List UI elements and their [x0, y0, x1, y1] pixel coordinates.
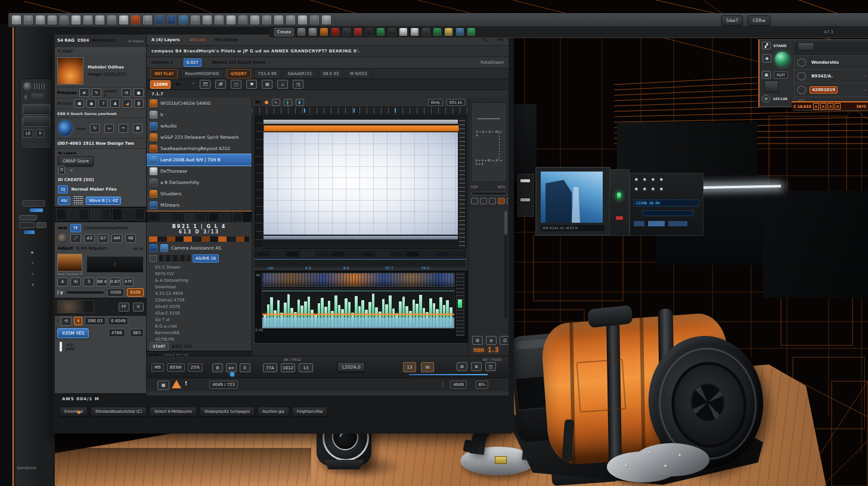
filmstrip-row[interactable]	[55, 207, 146, 222]
list2-item[interactable]: 22beta2.4759	[147, 297, 252, 303]
inspector-tool[interactable]	[480, 198, 487, 204]
list2-item[interactable]: B.G.a.i.net	[147, 323, 252, 329]
toolbar-icon[interactable]	[238, 15, 247, 24]
panel-tab[interactable]: References	[92, 38, 115, 43]
toolbar-icon[interactable]	[48, 15, 57, 24]
thumb-slot[interactable]	[764, 80, 779, 92]
tool-button[interactable]: 7	[98, 99, 108, 108]
secondary-toolbar-icon[interactable]	[365, 28, 373, 36]
inspector-bottom-button[interactable]: ⊞	[472, 336, 483, 345]
tool-button[interactable]: G7	[98, 234, 108, 243]
window-menubar[interactable]: compass B4 BrandMorph's Pilots w JP G ud…	[147, 46, 509, 57]
toolbar-icon[interactable]	[262, 15, 271, 24]
tool-button[interactable]: 🗑	[134, 99, 144, 108]
document-tab[interactable]: 497 FLA?	[150, 69, 178, 79]
transport-button[interactable]: a=	[226, 363, 237, 372]
tree-item[interactable]: Shudders	[147, 188, 252, 200]
blue-action-button[interactable]: 935M YES	[57, 328, 89, 338]
secondary-toolbar-icon[interactable]	[320, 28, 328, 36]
transport-wide-button[interactable]: L2024.0	[337, 362, 365, 372]
alert-badge[interactable]: A	[827, 103, 833, 110]
edit-button[interactable]: EDIT	[774, 71, 788, 79]
right-panel-row[interactable]: B934Z/A. ›	[794, 70, 868, 83]
mini-knob[interactable]	[23, 82, 32, 91]
speaker-button[interactable]	[23, 116, 50, 127]
toolbar-icon[interactable]	[95, 15, 104, 24]
secondary-toolbar-icon[interactable]	[422, 28, 430, 36]
bottom-button[interactable]: Extended	[60, 407, 88, 416]
alert-badge[interactable]: A	[835, 103, 841, 110]
tool-button[interactable]: ●	[134, 88, 144, 97]
toolbar-icon[interactable]	[250, 15, 259, 24]
speaker-icon[interactable]: ◉	[762, 54, 771, 63]
viewport-ruler[interactable]	[252, 107, 468, 114]
tf-badge[interactable]: TF	[70, 224, 81, 232]
chip-button[interactable]: 3	[83, 278, 94, 286]
vp-tool[interactable]: ∿	[272, 99, 280, 106]
slider-value-accent[interactable]: 0100	[127, 288, 144, 297]
tree-item[interactable]: a B DaOosterhilly	[147, 177, 252, 188]
tool-button[interactable]: ✎	[92, 88, 102, 97]
list2-item[interactable]: KEYS FLV	[147, 270, 252, 277]
tree-item[interactable]: Land-2008.Aud 9/9 | 709 B	[147, 154, 252, 166]
slider-value[interactable]: 0500	[107, 288, 124, 297]
inspector-tool[interactable]	[507, 198, 509, 204]
view-button[interactable]: ◳	[293, 80, 303, 89]
mini-button[interactable]	[23, 200, 45, 207]
toolbar-icon[interactable]	[107, 15, 116, 24]
list2-item[interactable]: Go T st	[147, 316, 252, 323]
tree-item[interactable]: SwaRaadvertisingBeyond 4202	[147, 143, 252, 154]
inspector-bottom-button[interactable]: ≡	[486, 336, 497, 345]
vp-tool[interactable]: ▮	[296, 99, 304, 106]
transport-button[interactable]: 1012	[281, 363, 295, 372]
list2-item[interactable]: D1 C Shown	[147, 264, 252, 270]
inspector-slider[interactable]	[471, 192, 507, 195]
document-tab[interactable]: 09 E 03	[319, 69, 343, 79]
inspector-bottom-button[interactable]: ⊡	[500, 336, 509, 345]
transport-button[interactable]: 77A	[263, 363, 277, 372]
toolbar-icon[interactable]	[322, 15, 331, 24]
panel-tab[interactable]: E904	[78, 38, 89, 43]
inspector-tool[interactable]	[471, 198, 478, 204]
transport-button[interactable]: W	[421, 362, 434, 372]
view-button[interactable]: ♥	[246, 80, 257, 89]
document-tab[interactable]: M 9/033	[346, 69, 371, 79]
view-button[interactable]: ▢	[231, 80, 241, 89]
transport-icon-button[interactable]: ◫	[485, 362, 496, 371]
bottom-button[interactable]: Select 9-Melbourne	[150, 407, 197, 416]
dj-badge[interactable]: DJ	[58, 185, 68, 194]
toolbar-icon[interactable]	[298, 15, 307, 24]
transport-icon-button[interactable]: ⊞	[457, 362, 467, 371]
ban-icon[interactable]: ⊘	[762, 95, 770, 102]
secondary-toolbar-icon[interactable]	[297, 28, 305, 36]
secondary-toolbar-icon[interactable]	[467, 28, 475, 36]
toolbar-icon[interactable]	[286, 15, 295, 24]
chip-button[interactable]: A	[57, 278, 68, 286]
toolbar-icon[interactable]	[83, 15, 92, 24]
ff-button[interactable]: FF	[119, 303, 129, 311]
swirl-icon[interactable]	[58, 120, 72, 136]
toolbar-icon[interactable]	[12, 15, 21, 24]
bottom-button[interactable]: Ethelandbeaturental (C)	[91, 407, 147, 416]
document-tab[interactable]: 733.4.99	[254, 69, 281, 79]
titlebar-item[interactable]: f L	[483, 38, 488, 42]
view-button[interactable]: 🗖	[200, 80, 210, 89]
start-button[interactable]: START	[150, 342, 169, 351]
list2-item[interactable]: 42ac2.3159	[147, 310, 252, 316]
topbar-right-button[interactable]: S4w7	[721, 15, 743, 26]
toolbar-icon[interactable]	[60, 15, 69, 24]
inspector-scrollbar[interactable]	[504, 211, 507, 318]
tool-button[interactable]: ◢	[122, 99, 132, 108]
secondary-toolbar-icon[interactable]	[377, 28, 385, 36]
list2-item[interactable]: 42x42.5070	[147, 303, 252, 310]
secondary-toolbar-icon[interactable]	[411, 28, 418, 36]
grid-icon[interactable]: ▦	[157, 381, 169, 390]
timeline-markers[interactable]: +D- 4 3 9 5 57 7 74 2	[255, 259, 466, 267]
red-button[interactable]	[616, 216, 623, 220]
cam-icon[interactable]: ▣	[762, 71, 771, 79]
secondary-toolbar-icon[interactable]	[309, 28, 317, 36]
bottom-button[interactable]: Shakepta/A1 turnpages	[200, 407, 255, 416]
toolbar-icon[interactable]	[36, 15, 45, 24]
pair-button[interactable]: 083	[130, 329, 144, 337]
secondary-toolbar-icon[interactable]	[433, 28, 441, 36]
